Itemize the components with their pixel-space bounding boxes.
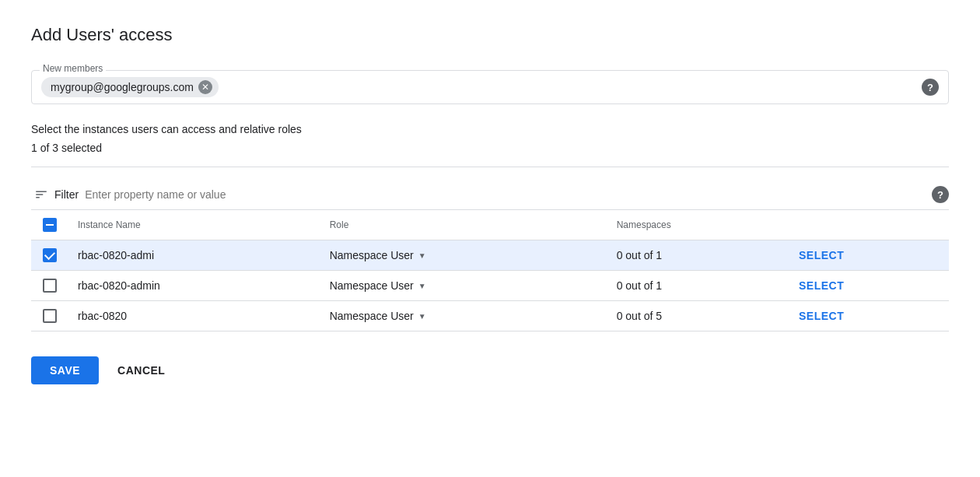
tag-value: mygroup@googlegroups.com [51,81,194,93]
table-row: rbac-0820Namespace User ▼0 out of 5SELEC… [31,301,949,331]
row-checkbox-container[interactable] [40,248,59,262]
new-members-help-icon[interactable]: ? [922,79,939,96]
th-checkbox [31,210,68,240]
new-members-label: New members [40,63,106,74]
header-checkbox-container[interactable] [40,218,59,232]
th-action [789,210,949,240]
row-role[interactable]: Namespace User ▼ [320,240,607,271]
action-bar: SAVE CANCEL [31,356,949,384]
filter-icon [34,188,48,202]
table-row: rbac-0820-admiNamespace User ▼0 out of 1… [31,240,949,271]
role-dropdown[interactable]: Namespace User ▼ [330,249,426,261]
row-select[interactable]: SELECT [789,271,949,301]
filter-label: Filter [54,188,79,201]
row-role[interactable]: Namespace User ▼ [320,301,607,331]
row-checkbox-container[interactable] [40,309,59,323]
filter-bar: Filter ? [31,180,949,210]
select-link[interactable]: SELECT [799,279,844,292]
new-members-section: New members mygroup@googlegroups.com ✕ ? [31,70,949,104]
page-container: Add Users' access New members mygroup@go… [0,0,980,477]
th-role: Role [320,210,607,240]
filter-input[interactable] [85,188,318,201]
dropdown-arrow-icon: ▼ [418,251,426,260]
row-namespaces: 0 out of 1 [607,271,789,301]
row-checkbox-cell [31,240,68,271]
row-role[interactable]: Namespace User ▼ [320,271,607,301]
role-dropdown[interactable]: Namespace User ▼ [330,279,426,292]
header-checkbox-indeterminate[interactable] [43,218,57,232]
page-title: Add Users' access [31,25,949,45]
select-link[interactable]: SELECT [799,249,844,261]
dropdown-arrow-icon: ▼ [418,312,426,321]
row-select[interactable]: SELECT [789,301,949,331]
row-checkbox-cell [31,271,68,301]
new-members-row: mygroup@googlegroups.com ✕ ? [41,77,939,97]
dropdown-arrow-icon: ▼ [418,282,426,290]
row-namespaces: 0 out of 1 [607,240,789,271]
row-checkbox-container[interactable] [40,279,59,293]
row-namespaces: 0 out of 5 [607,301,789,331]
selected-count: 1 of 3 selected [31,142,949,154]
divider [31,167,949,167]
filter-help-icon[interactable]: ? [932,186,949,203]
save-button[interactable]: SAVE [31,356,99,384]
select-link[interactable]: SELECT [799,310,844,322]
tag-close-button[interactable]: ✕ [198,80,212,94]
row-checkbox-cell [31,301,68,331]
row-select[interactable]: SELECT [789,240,949,271]
filter-left: Filter [34,188,318,202]
th-instance-name: Instance Name [68,210,320,240]
tag-container: mygroup@googlegroups.com ✕ [41,77,219,97]
instances-table: Instance Name Role Namespaces rbac-0820-… [31,210,949,331]
member-tag: mygroup@googlegroups.com ✕ [41,77,219,97]
role-dropdown[interactable]: Namespace User ▼ [330,310,426,322]
row-instance-name: rbac-0820 [68,301,320,331]
instruction-text: Select the instances users can access an… [31,123,949,135]
row-checkbox-checked[interactable] [43,248,57,262]
cancel-button[interactable]: CANCEL [117,356,165,384]
row-instance-name: rbac-0820-admin [68,271,320,301]
row-checkbox-unchecked[interactable] [43,279,57,293]
table-header-row: Instance Name Role Namespaces [31,210,949,240]
table-row: rbac-0820-adminNamespace User ▼0 out of … [31,271,949,301]
th-namespaces: Namespaces [607,210,789,240]
row-checkbox-unchecked[interactable] [43,309,57,323]
row-instance-name: rbac-0820-admi [68,240,320,271]
